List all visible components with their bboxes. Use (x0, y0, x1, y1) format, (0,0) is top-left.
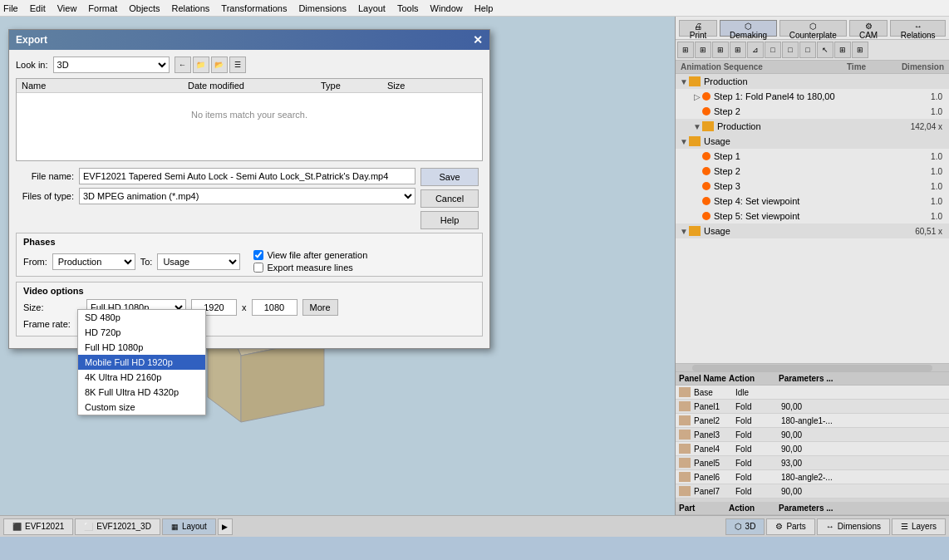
anim-hscrollbar[interactable] (676, 363, 949, 371)
bottom-tab-layout[interactable]: ▦ Layout (162, 518, 216, 535)
height-input[interactable] (252, 299, 297, 316)
bottom-left-tabs: ⬛ EVF12021 ⬜ EVF12021_3D ▦ Layout ▶ (3, 518, 233, 535)
tree-time-step1: 1.0 (904, 92, 946, 101)
close-icon[interactable]: ✕ (473, 33, 483, 47)
tree-row-usage-step5[interactable]: Step 5: Set viewpoint 1.0 (676, 209, 949, 224)
tree-row-usage-step4[interactable]: Step 4: Set viewpoint 1.0 (676, 194, 949, 209)
bottom-tab-evf12021[interactable]: ⬛ EVF12021 (3, 518, 73, 535)
right-tab-parts[interactable]: ⚙ Parts (766, 518, 814, 535)
right-tab-layers[interactable]: ☰ Layers (892, 518, 946, 535)
tree-time-step2: 1.0 (904, 107, 946, 116)
panel-row-panel3[interactable]: Panel3 Fold 90,00 (676, 428, 949, 442)
print-btn[interactable]: 🖨 Print (679, 20, 717, 37)
help-button[interactable]: Help (420, 211, 479, 229)
panel-row-panel6[interactable]: Panel6 Fold 180-angle2-... (676, 470, 949, 484)
tree-label-us2: Step 2 (714, 166, 904, 176)
menu-help[interactable]: Help (474, 3, 494, 13)
menu-bar: File Edit View Format Objects Relations … (0, 0, 949, 17)
export-measure-checkbox[interactable] (253, 263, 263, 273)
dropdown-item-mobile-fhd[interactable]: Mobile Full HD 1920p (78, 355, 205, 370)
file-type-select[interactable]: 3D MPEG animation (*.mp4) (79, 188, 415, 204)
icon-btn-2[interactable]: ⊞ (695, 42, 711, 58)
tree-label-step2: Step 2 (714, 106, 904, 116)
look-in-select[interactable]: 3D (53, 56, 170, 73)
tree-row-production[interactable]: ▼ Production (676, 74, 949, 89)
icon-btn-7[interactable]: □ (782, 42, 799, 58)
tree-row-usage[interactable]: ▼ Usage (676, 134, 949, 149)
right-tab-dimensions[interactable]: ↔ Dimensions (817, 518, 890, 535)
panel-params-4: 90,00 (781, 445, 946, 454)
cancel-button[interactable]: Cancel (420, 189, 479, 208)
icon-btn-1[interactable]: ⊞ (677, 42, 694, 58)
dropdown-item-custom[interactable]: Custom size (78, 400, 205, 415)
to-select[interactable]: Usage (157, 253, 240, 270)
folder-icon-prod-sub (702, 121, 714, 131)
bottom-tab-evf-3d[interactable]: ⬜ EVF12021_3D (75, 518, 160, 535)
panel-row-panel2[interactable]: Panel2 Fold 180-angle1-... (676, 414, 949, 428)
menu-transformations[interactable]: Transformations (221, 3, 287, 13)
file-name-row: File name: (16, 168, 415, 184)
tree-row-usage-step2[interactable]: Step 2 1.0 (676, 164, 949, 179)
icon-btn-6[interactable]: □ (765, 42, 781, 58)
panel-row-base[interactable]: Base Idle (676, 386, 949, 400)
tree-row-usage-step1[interactable]: Step 1 1.0 (676, 149, 949, 164)
cam-btn[interactable]: ⚙ CAM (849, 20, 888, 37)
menu-relations[interactable]: Relations (172, 3, 210, 13)
menu-edit[interactable]: Edit (30, 3, 46, 13)
menu-format[interactable]: Format (88, 3, 117, 13)
dropdown-item-8k[interactable]: 8K Full Ultra HD 4320p (78, 385, 205, 400)
menu-objects[interactable]: Objects (129, 3, 160, 13)
icon-btn-10[interactable]: ⊞ (834, 42, 851, 58)
tree-row-production-sub[interactable]: ▼ Production 142,04 x (676, 119, 949, 134)
circle-icon-step2 (702, 107, 711, 115)
tree-row-usage-step3[interactable]: Step 3 1.0 (676, 179, 949, 194)
icon-btn-8[interactable]: □ (799, 42, 816, 58)
menu-window[interactable]: Window (430, 3, 463, 13)
more-button[interactable]: More (302, 299, 338, 316)
right-tab-3d[interactable]: ⬡ 3D (725, 518, 765, 535)
dropdown-item-sd[interactable]: SD 480p (78, 310, 205, 325)
relations-btn[interactable]: ↔ Relations (890, 20, 946, 37)
menu-file[interactable]: File (3, 3, 18, 13)
file-browser[interactable]: Name Date modified Type Size No items ma… (16, 78, 483, 161)
panel-name-2: Panel2 (694, 416, 735, 425)
dropdown-item-fhd[interactable]: Full HD 1080p (78, 340, 205, 355)
nav-new-folder-btn[interactable]: 📂 (211, 56, 228, 73)
panel-row-panel1[interactable]: Panel1 Fold 90,00 (676, 400, 949, 414)
nav-view-btn[interactable]: ☰ (229, 56, 246, 73)
icon-btn-4[interactable]: ⊞ (730, 42, 746, 58)
panel-row-panel5[interactable]: Panel5 Fold 93,00 (676, 456, 949, 470)
demaking-btn[interactable]: ⬡ Demaking (720, 20, 777, 37)
menu-dimensions[interactable]: Dimensions (298, 3, 346, 13)
panel-row-panel7[interactable]: Panel7 Fold 90,00 (676, 484, 949, 499)
panel-params-3: 90,00 (781, 430, 946, 440)
app-container: File Edit View Format Objects Relations … (0, 0, 949, 560)
from-select[interactable]: Production (52, 253, 135, 270)
file-type-label: Files of type: (16, 191, 74, 201)
panel-row-panel4[interactable]: Panel4 Fold 90,00 (676, 442, 949, 456)
nav-folder-btn[interactable]: 📁 (193, 56, 209, 73)
menu-tools[interactable]: Tools (397, 3, 419, 13)
right-tab-icon-dim: ↔ (826, 522, 834, 531)
nav-back-btn[interactable]: ← (175, 56, 191, 73)
view-file-checkbox[interactable] (253, 250, 263, 260)
panel-action-2: Fold (735, 416, 781, 425)
tab-arrow-btn[interactable]: ▶ (218, 518, 233, 535)
icon-btn-5[interactable]: ⊿ (747, 42, 764, 58)
counterplate-btn[interactable]: ⬡ Counterplate (779, 20, 847, 37)
tree-row-step1[interactable]: ▷ Step 1: Fold Panel4 to 180,00 1.0 (676, 89, 949, 104)
part-col-params: Parameters ... (779, 504, 946, 513)
menu-layout[interactable]: Layout (358, 3, 386, 13)
menu-view[interactable]: View (57, 3, 77, 13)
icon-btn-9[interactable]: ↖ (817, 42, 833, 58)
tree-label-us4: Step 4: Set viewpoint (714, 196, 904, 206)
dropdown-item-4k[interactable]: 4K Ultra HD 2160p (78, 370, 205, 385)
icon-btn-3[interactable]: ⊞ (712, 42, 729, 58)
save-button[interactable]: Save (420, 168, 479, 186)
tree-row-step2[interactable]: Step 2 1.0 (676, 104, 949, 119)
tree-row-usage-sub[interactable]: ▼ Usage 60,51 x (676, 224, 949, 238)
icon-btn-11[interactable]: ⊞ (852, 42, 868, 58)
panel-action-4: Fold (735, 445, 781, 454)
dropdown-item-hd[interactable]: HD 720p (78, 325, 205, 340)
file-name-input[interactable] (79, 168, 415, 184)
